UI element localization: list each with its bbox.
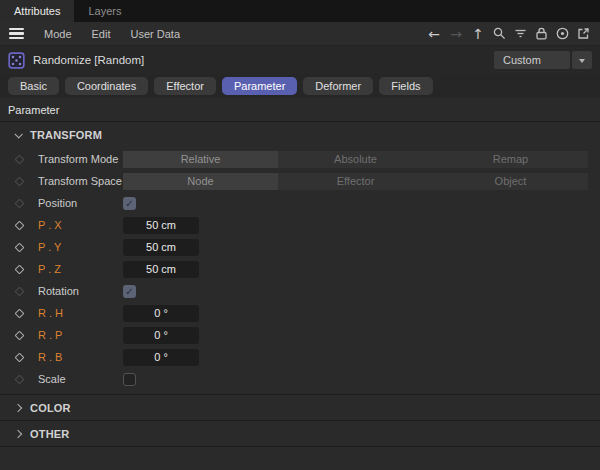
keyframe-diamond-icon[interactable] bbox=[14, 352, 24, 362]
attribute-manager-panel: Attributes Layers Mode Edit User Data ← … bbox=[0, 0, 600, 470]
option-relative[interactable]: Relative bbox=[123, 151, 278, 168]
group-header-other[interactable]: OTHER bbox=[0, 421, 600, 447]
row-r-h: R . H 0 ° bbox=[0, 302, 600, 324]
menu-mode[interactable]: Mode bbox=[34, 28, 82, 40]
chevron-expanded-icon bbox=[14, 130, 22, 138]
dice-random-icon bbox=[8, 52, 25, 69]
row-p-y: P . Y 50 cm bbox=[0, 236, 600, 258]
p-y-input[interactable]: 50 cm bbox=[123, 239, 199, 256]
position-checkbox[interactable]: ✓ bbox=[123, 197, 136, 210]
row-transform-space: Transform Space Node Effector Object bbox=[0, 170, 600, 192]
rotation-checkbox[interactable]: ✓ bbox=[123, 285, 136, 298]
p-x-input[interactable]: 50 cm bbox=[123, 217, 199, 234]
keyframe-diamond-icon[interactable] bbox=[14, 264, 24, 274]
row-r-p: R . P 0 ° bbox=[0, 324, 600, 346]
r-h-input[interactable]: 0 ° bbox=[123, 305, 199, 322]
forward-arrow-icon[interactable]: → bbox=[448, 27, 464, 41]
up-arrow-icon[interactable]: ↑ bbox=[470, 27, 486, 41]
row-p-z: P . Z 50 cm bbox=[0, 258, 600, 280]
section-tab-bar: Basic Coordinates Effector Parameter Def… bbox=[0, 74, 600, 98]
search-icon[interactable] bbox=[492, 26, 507, 41]
open-external-icon[interactable] bbox=[576, 26, 591, 41]
r-p-input[interactable]: 0 ° bbox=[123, 327, 199, 344]
row-label: P . X bbox=[38, 219, 123, 231]
tab-coordinates[interactable]: Coordinates bbox=[65, 77, 148, 95]
row-scale: Scale bbox=[0, 368, 600, 390]
group-label: TRANSFORM bbox=[30, 129, 102, 141]
tab-parameter[interactable]: Parameter bbox=[222, 77, 297, 95]
row-label: P . Z bbox=[38, 263, 123, 275]
tab-attributes[interactable]: Attributes bbox=[0, 0, 74, 22]
chevron-down-icon bbox=[579, 59, 585, 66]
row-r-b: R . B 0 ° bbox=[0, 346, 600, 368]
row-label: Transform Space bbox=[38, 175, 123, 187]
chevron-collapsed-icon bbox=[14, 429, 22, 437]
option-effector[interactable]: Effector bbox=[278, 173, 433, 190]
keyframe-diamond-icon[interactable] bbox=[14, 220, 24, 230]
checkmark-icon: ✓ bbox=[125, 285, 133, 298]
row-label: Transform Mode bbox=[38, 153, 123, 165]
keyframe-diamond-icon[interactable] bbox=[14, 198, 24, 208]
row-label: P . Y bbox=[38, 241, 123, 253]
preset-dropdown[interactable]: Custom bbox=[494, 51, 592, 69]
tab-effector[interactable]: Effector bbox=[154, 77, 216, 95]
lock-icon[interactable] bbox=[534, 26, 549, 41]
row-label: Rotation bbox=[38, 285, 123, 297]
row-rotation: Rotation ✓ bbox=[0, 280, 600, 302]
preset-dropdown-button[interactable] bbox=[572, 51, 592, 69]
option-node[interactable]: Node bbox=[123, 173, 278, 190]
keyframe-diamond-icon[interactable] bbox=[14, 176, 24, 186]
group-label: COLOR bbox=[30, 402, 71, 414]
menu-bar: Mode Edit User Data ← → ↑ bbox=[0, 22, 600, 46]
panel-tab-bar: Attributes Layers bbox=[0, 0, 600, 22]
row-position: Position ✓ bbox=[0, 192, 600, 214]
tab-basic[interactable]: Basic bbox=[8, 77, 59, 95]
transform-space-segmented: Node Effector Object bbox=[123, 173, 588, 190]
checkmark-icon: ✓ bbox=[125, 197, 133, 210]
section-title: Parameter bbox=[0, 98, 600, 122]
keyframe-diamond-icon[interactable] bbox=[14, 374, 24, 384]
scale-checkbox[interactable] bbox=[123, 373, 136, 386]
menu-icon-group: ← → ↑ bbox=[426, 26, 591, 41]
keyframe-diamond-icon[interactable] bbox=[14, 286, 24, 296]
target-icon[interactable] bbox=[555, 26, 570, 41]
option-object[interactable]: Object bbox=[433, 173, 588, 190]
row-p-x: P . X 50 cm bbox=[0, 214, 600, 236]
keyframe-diamond-icon[interactable] bbox=[14, 242, 24, 252]
option-remap[interactable]: Remap bbox=[433, 151, 588, 168]
tab-deformer[interactable]: Deformer bbox=[303, 77, 373, 95]
option-absolute[interactable]: Absolute bbox=[278, 151, 433, 168]
group-label: OTHER bbox=[30, 428, 70, 440]
preset-dropdown-value[interactable]: Custom bbox=[494, 51, 570, 69]
menu-user-data[interactable]: User Data bbox=[121, 28, 191, 40]
keyframe-diamond-icon[interactable] bbox=[14, 154, 24, 164]
row-label: R . B bbox=[38, 351, 123, 363]
filter-icon[interactable] bbox=[513, 26, 528, 41]
tab-fields[interactable]: Fields bbox=[379, 77, 432, 95]
tab-layers[interactable]: Layers bbox=[74, 0, 135, 22]
object-header: Randomize [Random] Custom bbox=[0, 46, 600, 74]
p-z-input[interactable]: 50 cm bbox=[123, 261, 199, 278]
r-b-input[interactable]: 0 ° bbox=[123, 349, 199, 366]
hamburger-icon[interactable] bbox=[9, 28, 24, 39]
menu-edit[interactable]: Edit bbox=[82, 28, 121, 40]
row-transform-mode: Transform Mode Relative Absolute Remap bbox=[0, 148, 600, 170]
row-label: R . H bbox=[38, 307, 123, 319]
row-label: Scale bbox=[38, 373, 123, 385]
row-label: Position bbox=[38, 197, 123, 209]
keyframe-diamond-icon[interactable] bbox=[14, 308, 24, 318]
back-arrow-icon[interactable]: ← bbox=[426, 27, 442, 41]
group-header-color[interactable]: COLOR bbox=[0, 395, 600, 421]
chevron-collapsed-icon bbox=[14, 403, 22, 411]
row-label: R . P bbox=[38, 329, 123, 341]
keyframe-diamond-icon[interactable] bbox=[14, 330, 24, 340]
object-title: Randomize [Random] bbox=[33, 54, 144, 66]
transform-mode-segmented: Relative Absolute Remap bbox=[123, 151, 588, 168]
group-header-transform[interactable]: TRANSFORM bbox=[0, 122, 600, 148]
